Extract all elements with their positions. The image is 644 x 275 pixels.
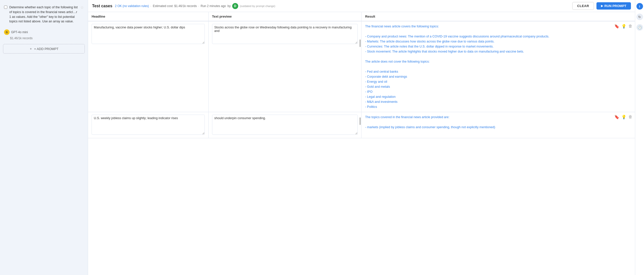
col-result: Result	[361, 12, 635, 21]
save-icon[interactable]: 🔖	[614, 115, 619, 119]
trash-icon[interactable]: 🗑	[628, 24, 632, 29]
prompt-checkbox[interactable]	[4, 6, 7, 9]
trash-icon[interactable]: 🗑	[628, 115, 632, 119]
text-preview-textarea[interactable]	[212, 115, 358, 135]
text-preview-textarea[interactable]	[212, 24, 358, 44]
refresh-icon-btn[interactable]: ↻	[636, 14, 643, 20]
bulb-icon[interactable]: 💡	[621, 24, 626, 29]
headline-textarea[interactable]	[92, 24, 205, 44]
text-preview-cell	[208, 21, 361, 112]
model-info: G GPT-4o mini	[3, 28, 85, 36]
run-label: RUN PROMPT	[605, 4, 626, 8]
user-avatar: D	[232, 3, 238, 9]
info-icon-btn[interactable]: i	[636, 3, 643, 10]
main-content: Test cases 2 OK (no validation rules) · …	[88, 0, 635, 275]
result-actions: 🔖💡🗑	[614, 24, 632, 29]
table-header-row: Headline Text preview Result	[88, 12, 635, 21]
clear-button[interactable]: CLEAR	[572, 2, 594, 10]
page-title: Test cases	[92, 4, 112, 8]
run-prompt-button[interactable]: ▶ RUN PROMPT	[596, 2, 631, 10]
estimated-cost: Estimated cost: $1.46/1k records	[153, 4, 197, 8]
model-name: GPT-4o mini	[11, 30, 28, 34]
headline-cell	[88, 112, 208, 138]
model-icon: G	[4, 29, 10, 35]
header-bar: Test cases 2 OK (no validation rules) · …	[88, 0, 635, 12]
col-preview: Text preview	[208, 12, 361, 21]
sidebar: Determine whether each topic of the foll…	[0, 0, 88, 275]
add-prompt-label: + ADD PROMPT	[34, 47, 58, 51]
scroll-indicator	[359, 117, 361, 125]
add-prompt-button[interactable]: ＋ + ADD PROMPT	[3, 44, 85, 54]
clock-icon-btn[interactable]: 🕐	[636, 24, 643, 31]
header-status: 2 OK (no validation rules) · Estimated c…	[115, 3, 275, 9]
result-cell: 🔖💡🗑The financial news article covers the…	[361, 21, 635, 112]
result-actions: 🔖💡🗑	[614, 115, 632, 119]
add-icon: ＋	[29, 47, 32, 51]
result-text: The topics covered in the financial news…	[365, 115, 631, 130]
headline-cell	[88, 21, 208, 112]
prompt-text: Determine whether each topic of the foll…	[9, 5, 78, 24]
text-preview-cell	[208, 112, 361, 138]
table-row: 🔖💡🗑The financial news article covers the…	[88, 21, 635, 112]
headline-textarea[interactable]	[92, 115, 205, 135]
model-cost: $1.46/1k records	[3, 36, 85, 40]
result-cell: 🔖💡🗑The topics covered in the financial n…	[361, 112, 635, 138]
prompt-item: Determine whether each topic of the foll…	[3, 3, 85, 26]
outdated-label: (outdated by prompt change)	[240, 5, 275, 8]
status-ok[interactable]: 2 OK (no validation rules)	[115, 4, 149, 8]
result-text: The financial news article covers the fo…	[365, 24, 631, 109]
table-row: 🔖💡🗑The topics covered in the financial n…	[88, 112, 635, 138]
by-label: by	[227, 4, 231, 8]
right-icons-panel: i ↻ 🕐	[635, 0, 644, 275]
play-icon: ▶	[601, 4, 603, 8]
save-icon[interactable]: 🔖	[614, 24, 619, 29]
table-area: Headline Text preview Result 🔖💡🗑The fina…	[88, 12, 635, 275]
test-table: Headline Text preview Result 🔖💡🗑The fina…	[88, 12, 635, 138]
run-time: Run 2 minutes ago	[201, 4, 226, 8]
star-icon[interactable]: ☆	[80, 5, 84, 10]
col-headline: Headline	[88, 12, 208, 21]
bulb-icon[interactable]: 💡	[621, 115, 626, 119]
scroll-indicator	[359, 39, 361, 47]
